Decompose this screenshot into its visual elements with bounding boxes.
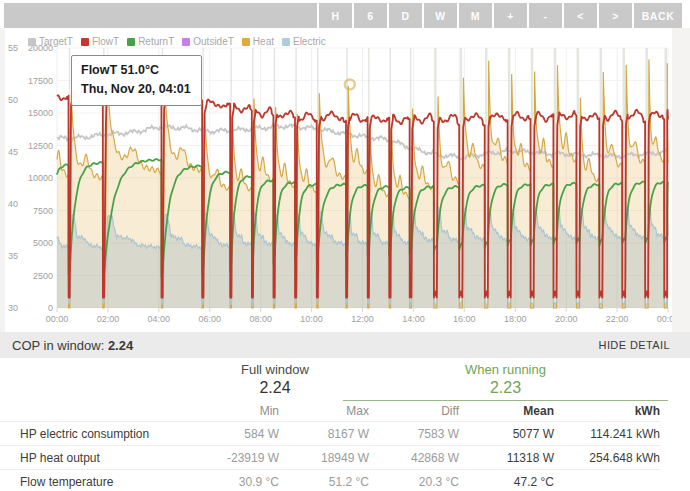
- legend-swatch-icon: [242, 38, 250, 46]
- svg-text:22:00: 22:00: [606, 314, 629, 324]
- svg-text:00:00: 00:00: [46, 314, 69, 324]
- row-label: Flow temperature: [0, 475, 189, 489]
- svg-text:5000: 5000: [33, 238, 53, 248]
- svg-text:0: 0: [48, 303, 53, 313]
- legend-swatch-icon: [81, 38, 89, 46]
- svg-text:7500: 7500: [33, 206, 53, 216]
- legend-label: OutsideT: [193, 36, 234, 47]
- svg-text:12500: 12500: [28, 141, 53, 151]
- toolbar-spacer: [4, 3, 317, 28]
- svg-text:30: 30: [8, 303, 18, 313]
- stats-table-header: Min Max Diff Mean kWh: [0, 401, 660, 421]
- toolbar-button-prev[interactable]: <: [564, 3, 597, 28]
- cell-max: 18949 W: [279, 451, 369, 465]
- legend-item-electric[interactable]: Electric: [282, 36, 326, 47]
- legend-label: Electric: [293, 36, 326, 47]
- svg-text:45: 45: [8, 147, 18, 157]
- svg-text:50: 50: [8, 95, 18, 105]
- legend-item-outsidet[interactable]: OutsideT: [182, 36, 234, 47]
- cell-diff: 7583 W: [369, 427, 459, 441]
- column-header-mean: Mean: [459, 404, 554, 418]
- svg-text:20:00: 20:00: [555, 314, 578, 324]
- row-label: HP electric consumption: [0, 427, 189, 441]
- svg-text:55: 55: [8, 43, 18, 53]
- cell-min: -23919 W: [189, 451, 279, 465]
- table-row: Flow temperature30.9 °C51.2 °C20.3 °C47.…: [0, 469, 660, 491]
- cell-max: 8167 W: [279, 427, 369, 441]
- svg-text:16:00: 16:00: [453, 314, 476, 324]
- legend-item-returnt[interactable]: ReturnT: [127, 36, 174, 47]
- svg-text:18:00: 18:00: [504, 314, 527, 324]
- tooltip-value: FlowT 51.0°C: [81, 61, 191, 80]
- legend-swatch-icon: [182, 38, 190, 46]
- svg-text:10000: 10000: [28, 173, 53, 183]
- when-running-block: When running 2.23: [343, 362, 668, 401]
- legend-item-flowt[interactable]: FlowT: [81, 36, 119, 47]
- toolbar-button-back[interactable]: BACK: [634, 3, 682, 28]
- toolbar-button-zoom-out[interactable]: -: [529, 3, 562, 28]
- cell-diff: 42868 W: [369, 451, 459, 465]
- toolbar-button-w[interactable]: W: [424, 3, 457, 28]
- cop-in-window-label: COP in window: 2.24: [12, 338, 133, 353]
- svg-text:06:00: 06:00: [199, 314, 222, 324]
- row-label: HP heat output: [0, 451, 189, 465]
- toolbar-button-zoomzoom-outin[interactable]: +: [494, 3, 527, 28]
- table-row: HP electric consumption584 W8167 W7583 W…: [0, 421, 660, 445]
- tooltip-timestamp: Thu, Nov 20, 04:01: [81, 80, 191, 99]
- cell-min: 30.9 °C: [189, 475, 279, 489]
- full-window-block: Full window 2.24: [185, 362, 365, 397]
- left-page-margin: [0, 28, 5, 332]
- toolbar-button-d[interactable]: D: [389, 3, 422, 28]
- cop-value: 2.24: [108, 338, 133, 353]
- legend-swatch-icon: [28, 38, 36, 46]
- legend-item-targett[interactable]: TargetT: [28, 36, 73, 47]
- right-page-margin: [672, 28, 690, 332]
- svg-text:04:00: 04:00: [148, 314, 171, 324]
- cell-mean: 5077 W: [459, 427, 554, 441]
- hide-detail-button[interactable]: HIDE DETAIL: [593, 338, 676, 352]
- stats-section: Full window 2.24 When running 2.23 Min M…: [0, 358, 690, 491]
- legend-swatch-icon: [282, 38, 290, 46]
- cop-summary-bar: COP in window: 2.24 HIDE DETAIL: [0, 332, 690, 358]
- legend-label: ReturnT: [138, 36, 174, 47]
- time-range-toolbar: H6DWM+-<>BACK: [4, 3, 682, 28]
- stats-table: Min Max Diff Mean kWh HP electric consum…: [0, 401, 690, 491]
- cop-label-text: COP in window:: [12, 338, 104, 353]
- legend-swatch-icon: [127, 38, 135, 46]
- cell-min: 584 W: [189, 427, 279, 441]
- toolbar-button-next[interactable]: >: [599, 3, 632, 28]
- cell-mean: 47.2 °C: [459, 475, 554, 489]
- cell-mean: 11318 W: [459, 451, 554, 465]
- chart-legend: TargetTFlowTReturnTOutsideTHeatElectric: [28, 36, 326, 47]
- cop-stats-row: Full window 2.24 When running 2.23: [0, 358, 690, 401]
- svg-text:40: 40: [8, 199, 18, 209]
- svg-text:17500: 17500: [28, 76, 53, 86]
- cell-diff: 20.3 °C: [369, 475, 459, 489]
- svg-text:15000: 15000: [28, 108, 53, 118]
- svg-text:12:00: 12:00: [351, 314, 374, 324]
- column-header-diff: Diff: [369, 404, 459, 418]
- svg-text:02:00: 02:00: [97, 314, 120, 324]
- full-window-value: 2.24: [185, 379, 365, 397]
- svg-text:14:00: 14:00: [402, 314, 425, 324]
- chart-tooltip: FlowT 51.0°C Thu, Nov 20, 04:01: [71, 55, 202, 106]
- full-window-label: Full window: [185, 362, 365, 377]
- toolbar-button-6[interactable]: 6: [354, 3, 387, 28]
- legend-label: Heat: [253, 36, 274, 47]
- legend-item-heat[interactable]: Heat: [242, 36, 274, 47]
- column-header-max: Max: [279, 404, 369, 418]
- chart-area: 00:0002:0004:0006:0008:0010:0012:0014:00…: [0, 28, 690, 332]
- heat-pump-dashboard: H6DWM+-<>BACK 00:0002:0004:0006:0008:001…: [0, 0, 690, 491]
- toolbar-button-h[interactable]: H: [319, 3, 352, 28]
- cell-kwh: 254.648 kWh: [554, 451, 660, 465]
- legend-label: FlowT: [92, 36, 119, 47]
- column-header-min: Min: [189, 404, 279, 418]
- svg-text:35: 35: [8, 251, 18, 261]
- toolbar-button-m[interactable]: M: [459, 3, 492, 28]
- when-running-value: 2.23: [343, 379, 668, 397]
- svg-text:08:00: 08:00: [249, 314, 272, 324]
- legend-label: TargetT: [39, 36, 73, 47]
- svg-text:2500: 2500: [33, 271, 53, 281]
- cell-kwh: 114.241 kWh: [554, 427, 660, 441]
- column-header-kwh: kWh: [554, 404, 660, 418]
